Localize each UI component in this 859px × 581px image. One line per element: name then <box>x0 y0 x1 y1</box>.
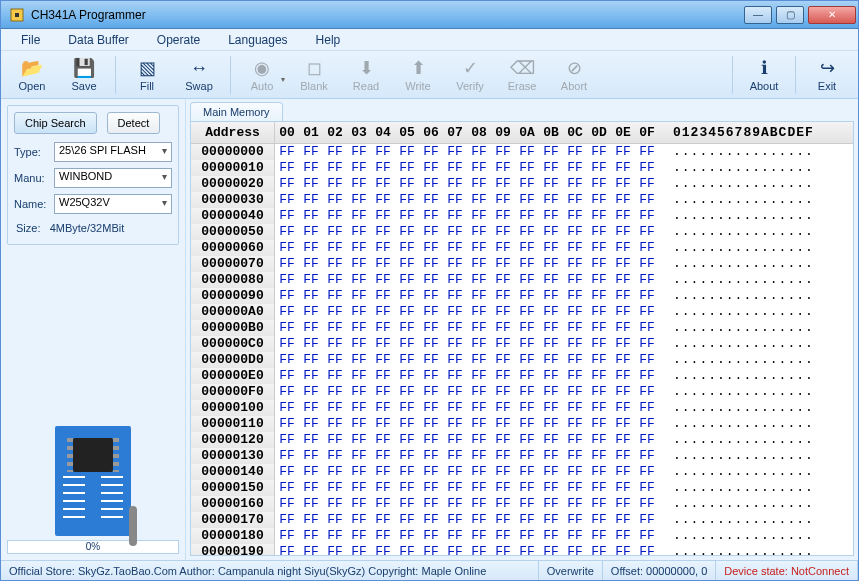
byte-cell[interactable]: FF <box>371 544 395 555</box>
byte-cell[interactable]: FF <box>587 464 611 480</box>
byte-cell[interactable]: FF <box>275 272 299 288</box>
byte-cell[interactable]: FF <box>467 192 491 208</box>
byte-cell[interactable]: FF <box>419 192 443 208</box>
about-button[interactable]: ℹAbout <box>739 53 789 97</box>
byte-cell[interactable]: FF <box>323 160 347 176</box>
byte-cell[interactable]: FF <box>347 336 371 352</box>
byte-cell[interactable]: FF <box>323 416 347 432</box>
detect-button[interactable]: Detect <box>107 112 161 134</box>
byte-cell[interactable]: FF <box>275 384 299 400</box>
byte-cell[interactable]: FF <box>323 432 347 448</box>
byte-cell[interactable]: FF <box>587 160 611 176</box>
byte-cell[interactable]: FF <box>419 160 443 176</box>
byte-cell[interactable]: FF <box>467 176 491 192</box>
byte-cell[interactable]: FF <box>587 368 611 384</box>
byte-cell[interactable]: FF <box>515 224 539 240</box>
byte-cell[interactable]: FF <box>275 528 299 544</box>
byte-cell[interactable]: FF <box>443 368 467 384</box>
byte-cell[interactable]: FF <box>371 432 395 448</box>
menu-help[interactable]: Help <box>302 30 355 50</box>
byte-cell[interactable]: FF <box>443 256 467 272</box>
byte-cell[interactable]: FF <box>611 240 635 256</box>
byte-cell[interactable]: FF <box>299 528 323 544</box>
byte-cell[interactable]: FF <box>371 400 395 416</box>
byte-cell[interactable]: FF <box>491 464 515 480</box>
byte-cell[interactable]: FF <box>395 272 419 288</box>
menu-file[interactable]: File <box>7 30 54 50</box>
byte-cell[interactable]: FF <box>539 304 563 320</box>
hex-row[interactable]: 00000170FFFFFFFFFFFFFFFFFFFFFFFFFFFFFFFF… <box>191 512 853 528</box>
byte-cell[interactable]: FF <box>347 544 371 555</box>
byte-cell[interactable]: FF <box>563 352 587 368</box>
byte-cell[interactable]: FF <box>275 416 299 432</box>
byte-cell[interactable]: FF <box>611 528 635 544</box>
byte-cell[interactable]: FF <box>371 448 395 464</box>
byte-cell[interactable]: FF <box>395 400 419 416</box>
minimize-button[interactable]: — <box>744 6 772 24</box>
hex-row[interactable]: 000000A0FFFFFFFFFFFFFFFFFFFFFFFFFFFFFFFF… <box>191 304 853 320</box>
byte-cell[interactable]: FF <box>611 384 635 400</box>
byte-cell[interactable]: FF <box>323 320 347 336</box>
byte-cell[interactable]: FF <box>275 496 299 512</box>
byte-cell[interactable]: FF <box>299 320 323 336</box>
byte-cell[interactable]: FF <box>467 496 491 512</box>
byte-cell[interactable]: FF <box>347 448 371 464</box>
byte-cell[interactable]: FF <box>371 480 395 496</box>
byte-cell[interactable]: FF <box>419 384 443 400</box>
byte-cell[interactable]: FF <box>515 384 539 400</box>
byte-cell[interactable]: FF <box>635 272 659 288</box>
hex-row[interactable]: 00000130FFFFFFFFFFFFFFFFFFFFFFFFFFFFFFFF… <box>191 448 853 464</box>
byte-cell[interactable]: FF <box>467 320 491 336</box>
byte-cell[interactable]: FF <box>491 304 515 320</box>
byte-cell[interactable]: FF <box>371 176 395 192</box>
hex-row[interactable]: 000000C0FFFFFFFFFFFFFFFFFFFFFFFFFFFFFFFF… <box>191 336 853 352</box>
byte-cell[interactable]: FF <box>299 272 323 288</box>
byte-cell[interactable]: FF <box>395 208 419 224</box>
byte-cell[interactable]: FF <box>491 320 515 336</box>
byte-cell[interactable]: FF <box>443 160 467 176</box>
byte-cell[interactable]: FF <box>539 208 563 224</box>
byte-cell[interactable]: FF <box>515 416 539 432</box>
hex-row[interactable]: 00000050FFFFFFFFFFFFFFFFFFFFFFFFFFFFFFFF… <box>191 224 853 240</box>
menu-databuffer[interactable]: Data Buffer <box>54 30 142 50</box>
byte-cell[interactable]: FF <box>635 480 659 496</box>
byte-cell[interactable]: FF <box>467 160 491 176</box>
byte-cell[interactable]: FF <box>299 416 323 432</box>
swap-button[interactable]: ↔Swap <box>174 53 224 97</box>
byte-cell[interactable]: FF <box>395 304 419 320</box>
byte-cell[interactable]: FF <box>395 448 419 464</box>
byte-cell[interactable]: FF <box>587 240 611 256</box>
exit-button[interactable]: ↪Exit <box>802 53 852 97</box>
hex-row[interactable]: 000000E0FFFFFFFFFFFFFFFFFFFFFFFFFFFFFFFF… <box>191 368 853 384</box>
byte-cell[interactable]: FF <box>587 256 611 272</box>
byte-cell[interactable]: FF <box>563 304 587 320</box>
type-select[interactable]: 25\26 SPI FLASH <box>54 142 172 162</box>
byte-cell[interactable]: FF <box>443 448 467 464</box>
byte-cell[interactable]: FF <box>587 208 611 224</box>
byte-cell[interactable]: FF <box>539 240 563 256</box>
byte-cell[interactable]: FF <box>299 336 323 352</box>
byte-cell[interactable]: FF <box>635 496 659 512</box>
byte-cell[interactable]: FF <box>491 160 515 176</box>
byte-cell[interactable]: FF <box>275 400 299 416</box>
byte-cell[interactable]: FF <box>515 400 539 416</box>
hex-row[interactable]: 00000090FFFFFFFFFFFFFFFFFFFFFFFFFFFFFFFF… <box>191 288 853 304</box>
byte-cell[interactable]: FF <box>515 176 539 192</box>
byte-cell[interactable]: FF <box>275 288 299 304</box>
byte-cell[interactable]: FF <box>323 480 347 496</box>
byte-cell[interactable]: FF <box>275 240 299 256</box>
byte-cell[interactable]: FF <box>515 528 539 544</box>
byte-cell[interactable]: FF <box>563 224 587 240</box>
byte-cell[interactable]: FF <box>611 144 635 160</box>
byte-cell[interactable]: FF <box>467 528 491 544</box>
byte-cell[interactable]: FF <box>587 336 611 352</box>
byte-cell[interactable]: FF <box>371 304 395 320</box>
byte-cell[interactable]: FF <box>491 176 515 192</box>
byte-cell[interactable]: FF <box>491 480 515 496</box>
byte-cell[interactable]: FF <box>323 336 347 352</box>
byte-cell[interactable]: FF <box>539 192 563 208</box>
byte-cell[interactable]: FF <box>491 208 515 224</box>
byte-cell[interactable]: FF <box>419 448 443 464</box>
byte-cell[interactable]: FF <box>347 368 371 384</box>
byte-cell[interactable]: FF <box>395 496 419 512</box>
